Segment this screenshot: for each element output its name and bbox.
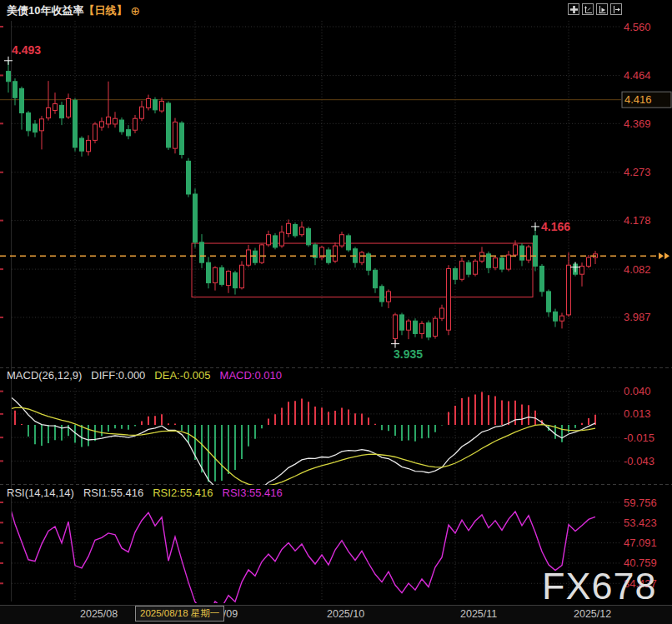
y-axis-label: 4.082	[624, 263, 651, 276]
y-axis-label: -0.015	[624, 432, 654, 444]
rsi-layer	[8, 502, 595, 615]
y-axis-label: 40.759	[624, 557, 657, 569]
low-label: 3.935	[394, 347, 423, 361]
time-axis-label: 2025/10	[327, 608, 364, 620]
chart-window: 4.4164.5604.4644.3694.2734.1784.0823.987…	[0, 0, 672, 624]
candles-group	[7, 61, 598, 344]
date-tooltip: 2025/08/18 星期一	[135, 606, 224, 622]
rsi2-value: RSI2:55.416	[153, 487, 213, 499]
y-axis-label: 0.040	[624, 385, 651, 397]
y-axis-label: 4.273	[624, 166, 651, 178]
move-icon[interactable]	[568, 3, 579, 15]
chart-header: 美债10年收益率 【日线】 ⊕	[7, 3, 140, 18]
time-axis-label: 2025/12	[574, 608, 611, 620]
price-arrow-icon	[664, 252, 669, 259]
y-axis-label: 47.091	[624, 537, 657, 549]
macd-label-row: MACD(26,12,9) DIFF:0.000 DEA:-0.005 MACD…	[7, 369, 282, 382]
chart-canvas[interactable]: 4.4164.5604.4644.3694.2734.1784.0823.987…	[0, 0, 672, 624]
axis-up-glyph	[584, 6, 592, 13]
y-axis-label: 4.560	[624, 21, 651, 33]
marked-price-label: 4.416	[624, 93, 652, 106]
rsi-label-row: RSI(14,14,14) RSI1:55.416 RSI2:55.416 RS…	[7, 487, 283, 499]
rsi-params-label: RSI(14,14,14)	[7, 487, 74, 499]
y-axis-label: 4.178	[624, 214, 651, 227]
rsi3-value: RSI3:55.416	[223, 487, 283, 499]
macd-macd-value: MACD:0.010	[220, 369, 282, 382]
swing-high-label: 4.166	[541, 220, 570, 233]
add-indicator-icon[interactable]: ⊕	[130, 4, 140, 17]
axis-scale-right-icon[interactable]	[596, 3, 608, 15]
y-axis-label: 4.464	[624, 69, 651, 82]
time-axis-label: 2025/11	[460, 608, 497, 620]
macd-params-label: MACD(26,12,9)	[7, 369, 82, 382]
axis-right-glyph	[599, 6, 606, 13]
macd-dea-value: DEA:-0.005	[154, 369, 210, 382]
high-label: 4.493	[12, 43, 41, 57]
y-axis-label: 59.756	[624, 497, 657, 509]
rsi-line	[8, 502, 595, 615]
y-axis-label: 34.427	[624, 577, 657, 590]
axis-scale-up-icon[interactable]	[582, 3, 594, 15]
grid-layer	[0, 21, 672, 602]
y-axis-label: 4.369	[624, 117, 651, 130]
bar-right-glyph	[613, 6, 620, 13]
chart-toolbar	[568, 3, 622, 15]
macd-layer	[8, 392, 595, 500]
instrument-title: 美债10年收益率	[7, 3, 83, 18]
y-axis-label: 53.423	[624, 517, 657, 529]
y-axis-label: -0.043	[624, 455, 654, 467]
time-axis-labels: 2025/082025/092025/102025/112025/12	[0, 608, 672, 622]
time-axis-label: 2025/08	[80, 608, 118, 620]
period-tag: 【日线】	[83, 3, 127, 18]
y-axis-label: 0.013	[624, 407, 651, 420]
bar-shift-right-icon[interactable]	[610, 3, 622, 15]
macd-diff-value: DIFF:0.000	[91, 369, 145, 382]
price-arrow-icon	[659, 252, 664, 259]
y-axis-label: 3.987	[624, 311, 651, 323]
rsi1-value: RSI1:55.416	[83, 487, 143, 499]
move-glyph	[570, 6, 578, 13]
